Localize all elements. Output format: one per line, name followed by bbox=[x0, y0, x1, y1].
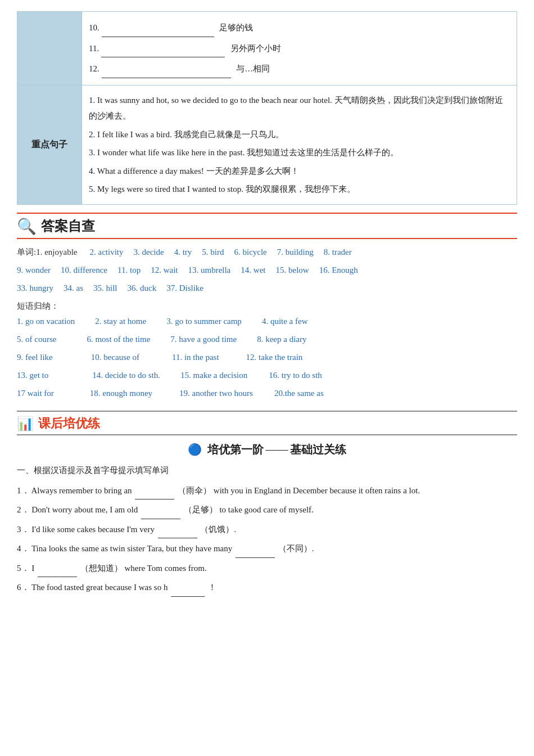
ex-after-6: ！ bbox=[208, 583, 216, 592]
phrase-10: 10. because of bbox=[91, 349, 139, 366]
word-6: 6. bicycle bbox=[234, 244, 266, 260]
fill-line-12: 12. 与…相同 bbox=[89, 60, 510, 78]
fill-text-12: 与…相同 bbox=[236, 64, 270, 73]
word-13: 13. umbrella bbox=[188, 262, 230, 278]
phrase-13: 13. get to bbox=[17, 367, 48, 384]
fill-text-11: 另外两个小时 bbox=[230, 44, 281, 53]
left-cell-sentences: 重点句子 bbox=[17, 85, 82, 204]
word-7: 7. building bbox=[277, 244, 314, 260]
answer-header: 🔍 答案自查 bbox=[17, 213, 517, 239]
exercise-list: 1． Always remember to bring an （雨伞） with… bbox=[17, 482, 517, 597]
word-34: 34. as bbox=[64, 280, 83, 296]
phrase-label: 短语归纳： bbox=[17, 301, 517, 312]
phrase-11: 11. in the past bbox=[172, 349, 219, 366]
phrase-20: 20.the same as bbox=[274, 385, 324, 402]
exercise-2: 2． Don't worry about me, I am old （足够） t… bbox=[17, 501, 517, 519]
left-cell-empty bbox=[17, 12, 82, 86]
ex-before-1: Always remember to bring an bbox=[31, 486, 132, 495]
danci-label: 单词:1. enjoyable bbox=[17, 244, 77, 260]
sentence-3: 3. I wonder what life was like here in t… bbox=[89, 145, 510, 161]
fill-lines: 10. 足够的钱 11. 另外两个小时 12. 与…相同 bbox=[89, 19, 510, 78]
phrase-19: 19. another two hours bbox=[179, 385, 253, 402]
fill-in-row: 10. 足够的钱 11. 另外两个小时 12. 与…相同 bbox=[17, 12, 517, 86]
fill-num-10: 10. bbox=[89, 23, 99, 32]
word-37: 37. Dislike bbox=[166, 280, 203, 296]
ex-before-5: I bbox=[31, 564, 34, 573]
phrase-15: 15. make a decision bbox=[180, 367, 247, 384]
sentence-5: 5. My legs were so tired that I wanted t… bbox=[89, 181, 510, 197]
vocab-table: 10. 足够的钱 11. 另外两个小时 12. 与…相同 bbox=[17, 11, 517, 205]
ex-before-4: Tina looks the same as twin sister Tara,… bbox=[31, 544, 232, 553]
phrases-line-5: 17 wait for 18. enough money 19. another… bbox=[17, 385, 517, 402]
word-3: 3. decide bbox=[133, 244, 164, 260]
word-16: 16. Enough bbox=[319, 262, 358, 278]
ex-num-1: 1． bbox=[17, 482, 30, 500]
exercise-6: 6． The food tasted great because I was s… bbox=[17, 578, 517, 597]
fill-blank-11[interactable] bbox=[101, 39, 225, 58]
page-container: 10. 足够的钱 11. 另外两个小时 12. 与…相同 bbox=[17, 11, 517, 597]
ex-hint-3: （饥饿）. bbox=[200, 525, 236, 534]
phrase-3: 3. go to summer camp bbox=[166, 313, 242, 330]
phrase-18: 18. enough money bbox=[90, 385, 152, 402]
phrase-4: 4. quite a few bbox=[262, 313, 308, 330]
ex-before-6: The food tasted great because I was so h bbox=[31, 583, 168, 592]
ex-blank-2[interactable] bbox=[141, 501, 180, 519]
ex-blank-5[interactable] bbox=[38, 559, 77, 578]
exercise-intro: 一、根据汉语提示及首字母提示填写单词 bbox=[17, 465, 517, 476]
word-4: 4. try bbox=[174, 244, 192, 260]
ex-num-3: 3． bbox=[17, 521, 30, 539]
section-banner: 🔵 培优第一阶 —— 基础过关练 bbox=[17, 442, 517, 457]
phrases-line-3: 9. feel like 10. because of 11. in the p… bbox=[17, 349, 517, 366]
phrase-5: 5. of course bbox=[17, 331, 56, 348]
word-14: 14. wet bbox=[241, 262, 265, 278]
answer-icon: 🔍 bbox=[17, 217, 37, 236]
course-header: 📊 课后培优练 bbox=[17, 411, 517, 435]
word-36: 36. duck bbox=[128, 280, 157, 296]
sentence-4: 4. What a difference a day makes! 一天的差异是… bbox=[89, 163, 510, 179]
ex-after-1: with you in England in December because … bbox=[214, 486, 420, 495]
sentences-content: 1. It was sunny and hot, so we decided t… bbox=[82, 85, 517, 204]
ex-blank-6[interactable] bbox=[171, 578, 205, 597]
fill-num-12: 12. bbox=[89, 64, 99, 73]
word-35: 35. hill bbox=[93, 280, 117, 296]
word-8: 8. trader bbox=[324, 244, 352, 260]
phrase-8: 8. keep a diary bbox=[257, 331, 306, 348]
ex-hint-4: （不同）. bbox=[278, 544, 314, 553]
word-15: 15. below bbox=[275, 262, 309, 278]
fill-line-10: 10. 足够的钱 bbox=[89, 19, 510, 37]
word-33: 33. hungry bbox=[17, 280, 53, 296]
word-10: 10. difference bbox=[61, 262, 107, 278]
fill-line-11: 11. 另外两个小时 bbox=[89, 39, 510, 58]
banner-icon: 🔵 bbox=[188, 443, 202, 456]
sentence-section: 1. It was sunny and hot, so we decided t… bbox=[89, 92, 510, 197]
key-sentences-row: 重点句子 1. It was sunny and hot, so we deci… bbox=[17, 85, 517, 204]
fill-in-content: 10. 足够的钱 11. 另外两个小时 12. 与…相同 bbox=[82, 12, 517, 86]
banner-dash: —— bbox=[265, 443, 288, 456]
exercise-4: 4． Tina looks the same as twin sister Ta… bbox=[17, 539, 517, 558]
ex-num-4: 4． bbox=[17, 540, 30, 558]
sentence-1: 1. It was sunny and hot, so we decided t… bbox=[89, 92, 510, 124]
sentence-2: 2. I felt like I was a bird. 我感觉自己就像是一只鸟… bbox=[89, 127, 510, 143]
phrase-16: 16. try to do sth bbox=[269, 367, 322, 384]
ex-blank-1[interactable] bbox=[135, 482, 174, 500]
word-5: 5. bird bbox=[202, 244, 224, 260]
words-line-2: 9. wonder 10. difference 11. top 12. wai… bbox=[17, 262, 517, 278]
ex-blank-3[interactable] bbox=[158, 520, 197, 539]
banner-text-2: 基础过关练 bbox=[290, 443, 346, 456]
fill-blank-10[interactable] bbox=[102, 19, 214, 37]
phrase-12: 12. take the train bbox=[246, 349, 303, 366]
course-icon: 📊 bbox=[17, 416, 34, 431]
ex-hint-1: （雨伞） bbox=[178, 486, 211, 495]
word-12: 12. wait bbox=[151, 262, 178, 278]
course-title: 课后培优练 bbox=[38, 415, 100, 432]
ex-before-2: Don't worry about me, I am old bbox=[31, 505, 138, 514]
ex-blank-4[interactable] bbox=[236, 539, 275, 558]
answer-title: 答案自查 bbox=[41, 217, 95, 235]
ex-num-6: 6． bbox=[17, 579, 30, 597]
phrases-line-4: 13. get to 14. decide to do sth. 15. mak… bbox=[17, 367, 517, 384]
ex-before-3: I'd like some cakes because I'm very bbox=[31, 525, 155, 534]
words-line-3: 33. hungry 34. as 35. hill 36. duck 37. … bbox=[17, 280, 517, 296]
phrase-2: 2. stay at home bbox=[95, 313, 146, 330]
words-line-1: 单词:1. enjoyable 2. activity 3. decide 4.… bbox=[17, 244, 517, 260]
ex-hint-5: （想知道） bbox=[80, 564, 123, 573]
